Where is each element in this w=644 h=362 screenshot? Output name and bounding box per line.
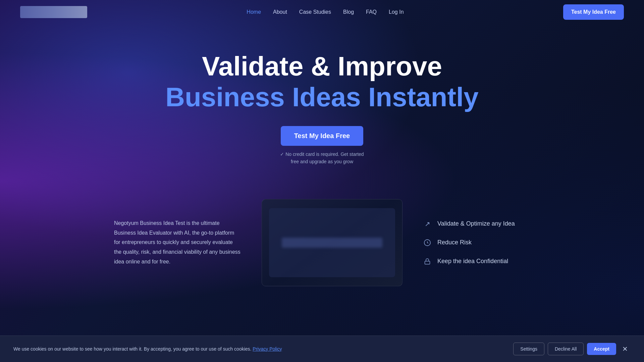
feature-label-confidential: Keep the idea Confidential	[437, 258, 508, 265]
trending-up-icon: ↗	[423, 219, 432, 229]
cookie-settings-button[interactable]: Settings	[513, 343, 544, 355]
hero-subtext-line1: ✓ No credit card is required. Get starte…	[280, 152, 364, 157]
features-list: ↗ Validate & Optimize any Idea Reduce Ri…	[423, 219, 530, 266]
privacy-policy-link[interactable]: Privacy Policy	[253, 346, 282, 352]
video-inner	[269, 208, 395, 277]
nav-item-blog[interactable]: Blog	[343, 9, 354, 15]
feature-item-confidential: Keep the idea Confidential	[423, 257, 530, 266]
hero-section: Validate & Improve Business Ideas Instan…	[0, 24, 644, 179]
video-placeholder[interactable]	[262, 199, 402, 286]
logo[interactable]	[20, 6, 87, 18]
svg-rect-3	[425, 261, 430, 264]
lock-icon	[423, 257, 432, 266]
nav-item-faq[interactable]: FAQ	[366, 9, 377, 15]
nav-cta-button[interactable]: Test My Idea Free	[563, 4, 624, 20]
hero-subtext-line2: free and upgrade as you grow	[291, 159, 353, 164]
nav-item-case-studies[interactable]: Case Studies	[299, 9, 331, 15]
nav-links: Home About Case Studies Blog FAQ Log In	[247, 9, 404, 15]
nav-item-about[interactable]: About	[273, 9, 287, 15]
cookie-accept-button[interactable]: Accept	[587, 343, 616, 355]
cookie-buttons: Settings Decline All Accept ✕	[513, 343, 631, 355]
middle-description: Negotyum Business Idea Test is the ultim…	[114, 219, 241, 267]
svg-line-2	[427, 243, 428, 243]
hero-headline-line1: Validate & Improve	[154, 51, 490, 82]
cookie-text: We use cookies on our website to see how…	[13, 346, 506, 353]
hero-headline: Validate & Improve Business Ideas Instan…	[154, 51, 490, 113]
nav-item-login[interactable]: Log In	[389, 9, 404, 15]
hero-cta-button[interactable]: Test My Idea Free	[281, 126, 363, 146]
feature-item-risk: Reduce Risk	[423, 238, 530, 247]
clock-icon	[423, 238, 432, 247]
cookie-decline-button[interactable]: Decline All	[548, 343, 584, 355]
nav-item-home[interactable]: Home	[247, 9, 261, 15]
middle-section: Negotyum Business Idea Test is the ultim…	[87, 179, 557, 306]
feature-item-validate: ↗ Validate & Optimize any Idea	[423, 219, 530, 229]
cookie-banner: We use cookies on our website to see how…	[0, 336, 644, 362]
feature-label-validate: Validate & Optimize any Idea	[437, 220, 515, 227]
hero-subtext: ✓ No credit card is required. Get starte…	[7, 150, 637, 166]
hero-headline-line2: Business Ideas Instantly	[154, 82, 490, 113]
video-blur-content	[282, 238, 383, 248]
navbar: Home About Case Studies Blog FAQ Log In …	[0, 0, 644, 24]
feature-label-risk: Reduce Risk	[437, 239, 472, 246]
cookie-close-button[interactable]: ✕	[620, 344, 631, 354]
